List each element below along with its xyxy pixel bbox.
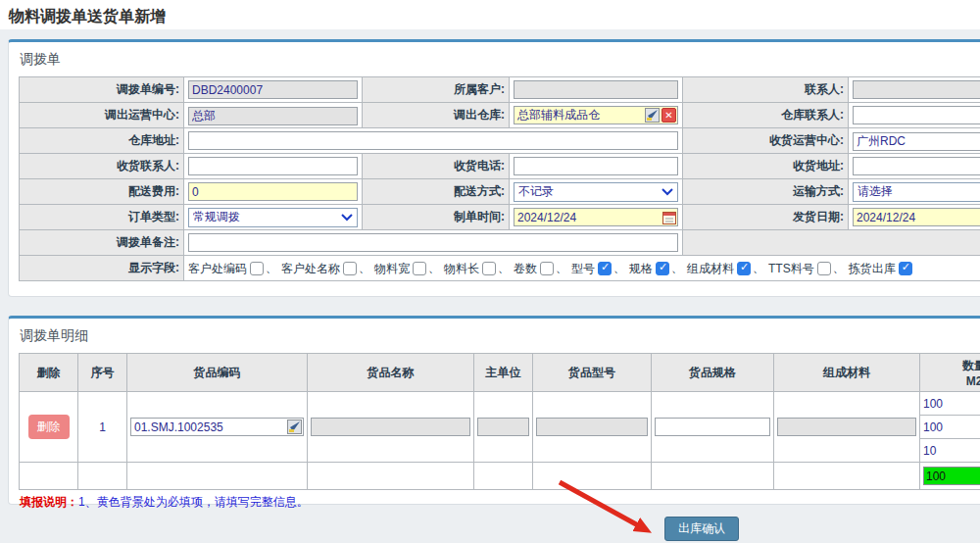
option-separator: 、 bbox=[671, 260, 683, 276]
display-option-label: 规格 bbox=[629, 262, 653, 275]
display-option-label: 客户处名称 bbox=[281, 262, 340, 275]
order-no-field bbox=[188, 80, 358, 99]
outbound-confirm-button[interactable]: 出库确认 bbox=[664, 517, 739, 541]
transport-value: 请选择 bbox=[858, 183, 980, 200]
row-seq: 1 bbox=[78, 392, 127, 463]
col-model: 货品型号 bbox=[533, 354, 652, 392]
form-row: 调拨单编号: 所属客户: 联系人: bbox=[20, 77, 980, 103]
empty-cell bbox=[774, 463, 920, 490]
detail-header-row: 删除 序号 货品编码 货品名称 主单位 货品型号 货品规格 组成材料 数量 M2 bbox=[20, 354, 980, 392]
order-type-value: 常规调拨 bbox=[193, 209, 341, 225]
display-option: 客户处编码 bbox=[188, 259, 264, 277]
display-option: 物料宽 bbox=[374, 259, 426, 277]
receive-address-label: 收货地址: bbox=[683, 154, 849, 179]
form-row: 订单类型: 常规调拨 制单时间: 2024/12/24 发货日期: bbox=[20, 205, 980, 230]
receive-contact-label: 收货联系人: bbox=[20, 154, 184, 179]
qty-input[interactable] bbox=[923, 467, 980, 485]
contact-field bbox=[853, 80, 980, 99]
display-option-checkbox[interactable] bbox=[540, 262, 554, 275]
col-qty-line2: M2 bbox=[922, 374, 980, 388]
clear-icon[interactable] bbox=[662, 108, 676, 123]
display-option-checkbox[interactable] bbox=[817, 262, 831, 275]
warehouse-address-field[interactable] bbox=[188, 131, 678, 150]
customer-field bbox=[514, 80, 678, 99]
remark-field[interactable] bbox=[188, 233, 678, 252]
form-row: 调拨单备注: bbox=[20, 230, 980, 256]
option-separator: 、 bbox=[753, 260, 764, 276]
display-option-checkbox[interactable] bbox=[656, 262, 669, 275]
display-option-checkbox[interactable] bbox=[737, 262, 751, 275]
create-time-field[interactable]: 2024/12/24 bbox=[514, 208, 678, 226]
page-title: 物料调拨单送货单新增 bbox=[9, 7, 166, 27]
item-code-field[interactable]: 01.SMJ.1002535 bbox=[130, 418, 304, 436]
receive-address-field[interactable] bbox=[853, 157, 980, 175]
detail-panel: 调拨单明细 删除 序号 货品编码 货品名称 主单位 货品型号 货品规格 组成材料… bbox=[8, 316, 980, 505]
display-option-checkbox[interactable] bbox=[482, 262, 496, 275]
display-option: 物料长 bbox=[444, 259, 496, 277]
display-option-checkbox[interactable] bbox=[250, 262, 264, 275]
qty-value-3: 10 bbox=[920, 439, 980, 463]
display-option: 卷数 bbox=[514, 259, 554, 277]
receive-center-field bbox=[853, 132, 980, 151]
receive-center-label: 收货运营中心: bbox=[683, 128, 849, 154]
fee-label: 配送费用: bbox=[20, 179, 184, 205]
display-option-label: 卷数 bbox=[514, 262, 537, 275]
detail-row: 删除 1 01.SMJ.1002535 100 bbox=[20, 392, 980, 416]
display-option-label: 物料长 bbox=[444, 262, 479, 275]
display-option-checkbox[interactable] bbox=[598, 262, 612, 275]
empty-cell bbox=[308, 463, 474, 490]
option-separator: 、 bbox=[613, 260, 625, 276]
warehouse-contact-field[interactable] bbox=[853, 106, 980, 124]
display-option: 客户处名称 bbox=[281, 259, 357, 277]
delete-row-button[interactable]: 删除 bbox=[28, 415, 70, 439]
fee-field[interactable] bbox=[188, 182, 358, 201]
out-warehouse-value: 总部辅料成品仓 bbox=[517, 107, 643, 123]
lookup-icon[interactable] bbox=[287, 420, 302, 434]
col-seq: 序号 bbox=[78, 354, 127, 392]
delivery-method-value: 不记录 bbox=[518, 183, 662, 200]
receive-contact-field[interactable] bbox=[188, 157, 358, 175]
spec-field[interactable] bbox=[655, 418, 770, 436]
chevron-down-icon bbox=[341, 214, 353, 222]
note-text: 1、黄色背景处为必填项，请填写完整信息。 bbox=[78, 495, 309, 509]
col-qty: 数量 M2 bbox=[920, 354, 980, 392]
display-option: 拣货出库 bbox=[849, 259, 912, 277]
item-code-value: 01.SMJ.1002535 bbox=[134, 420, 285, 434]
delivery-method-label: 配送方式: bbox=[363, 179, 510, 205]
display-option-checkbox[interactable] bbox=[413, 262, 426, 275]
ship-date-field[interactable] bbox=[853, 208, 980, 226]
form-row: 调出运营中心: 调出仓库: 总部辅料成品仓 仓库联系人: bbox=[20, 103, 980, 128]
display-option: 规格 bbox=[629, 259, 669, 277]
option-separator: 、 bbox=[556, 260, 567, 276]
receive-phone-field[interactable] bbox=[514, 157, 678, 175]
calendar-icon[interactable] bbox=[662, 211, 676, 224]
form-row: 配送费用: 配送方式: 不记录 运输方式: 请选择 bbox=[20, 179, 980, 205]
note-prefix: 填报说明： bbox=[20, 495, 78, 509]
col-unit: 主单位 bbox=[474, 354, 533, 392]
transfer-order-section-title: 调拨单 bbox=[20, 51, 980, 69]
qty-value-1: 100 bbox=[920, 392, 980, 416]
out-warehouse-field[interactable]: 总部辅料成品仓 bbox=[514, 106, 678, 124]
chevron-down-icon bbox=[662, 188, 673, 196]
create-time-value: 2024/12/24 bbox=[517, 211, 661, 224]
lookup-icon[interactable] bbox=[645, 108, 660, 123]
display-option-checkbox[interactable] bbox=[899, 262, 912, 275]
order-type-select[interactable]: 常规调拨 bbox=[188, 208, 358, 227]
display-option: TTS料号 bbox=[768, 259, 831, 277]
out-warehouse-label: 调出仓库: bbox=[363, 103, 510, 128]
display-option-label: 客户处编码 bbox=[188, 262, 247, 275]
form-row: 收货联系人: 收货电话: 收货地址: bbox=[20, 154, 980, 179]
display-option: 组成材料 bbox=[687, 259, 751, 277]
option-separator: 、 bbox=[428, 260, 440, 276]
display-option-checkbox[interactable] bbox=[343, 262, 357, 275]
option-separator: 、 bbox=[498, 260, 510, 276]
transport-select[interactable]: 请选择 bbox=[853, 182, 980, 202]
warehouse-address-label: 仓库地址: bbox=[20, 128, 184, 154]
option-separator: 、 bbox=[359, 260, 370, 276]
warehouse-contact-label: 仓库联系人: bbox=[683, 103, 849, 128]
delivery-method-select[interactable]: 不记录 bbox=[514, 182, 678, 202]
col-qty-line1: 数量 bbox=[922, 358, 980, 374]
option-separator: 、 bbox=[833, 260, 845, 276]
contact-label: 联系人: bbox=[683, 77, 849, 103]
display-option-label: 组成材料 bbox=[687, 262, 734, 275]
